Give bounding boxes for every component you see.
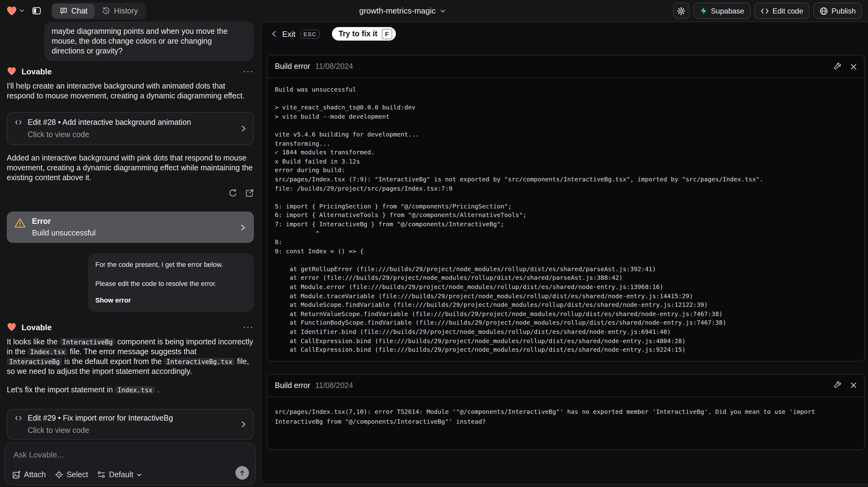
panel-date: 11/08/2024 — [315, 62, 353, 71]
panel-header: Build error 11/08/2024 — [268, 374, 864, 397]
top-bar: Chat History growth-metrics-magic — [0, 0, 868, 22]
error-card-subtitle: Build unsuccessful — [32, 228, 96, 238]
tab-chat-label: Chat — [71, 6, 88, 15]
lovable-heart-icon — [6, 5, 17, 16]
chevron-down-icon — [440, 8, 446, 14]
select-button[interactable]: Select — [55, 470, 88, 479]
edit-card-title: Edit #28 • Add interactive background an… — [28, 118, 191, 127]
build-error-log[interactable]: src/pages/Index.tsx(7,10): error TS2614:… — [268, 397, 864, 450]
select-label: Select — [67, 470, 88, 479]
assistant-name: Lovable — [22, 323, 52, 332]
project-switcher[interactable]: growth-metrics-magic — [359, 0, 446, 22]
supabase-icon — [699, 7, 707, 15]
chat-message-list[interactable]: maybe diagramming points and when you mo… — [0, 22, 261, 441]
chat-history-switch: Chat History — [51, 2, 147, 19]
assistant-message-text: It looks like the InteractiveBg componen… — [7, 337, 254, 376]
assistant-message-text: Let's fix the import statement in Index.… — [7, 385, 254, 395]
code-brackets-icon — [15, 415, 22, 421]
globe-icon — [819, 6, 828, 15]
toggle-sidebar-button[interactable] — [29, 3, 44, 18]
mode-dropdown[interactable]: Default — [97, 470, 142, 479]
history-clock-icon — [102, 7, 110, 15]
message-menu-icon[interactable]: ··· — [243, 323, 254, 332]
lovable-logo-menu[interactable] — [6, 5, 25, 16]
build-error-panel-2: Build error 11/08/2024 — [267, 374, 865, 450]
build-error-panel-1: Build error 11/08/2024 — [267, 55, 865, 362]
chat-bubble-icon — [60, 7, 68, 15]
restore-icon[interactable] — [229, 189, 237, 197]
build-error-log[interactable]: Build was unsuccessful > vite_react_shad… — [268, 78, 864, 361]
user-message: For the code present, I get the error be… — [88, 253, 254, 312]
composer-toolbar: Attach S — [12, 470, 142, 479]
assistant-message-header: Lovable ··· — [7, 66, 254, 76]
attach-label: Attach — [24, 470, 46, 479]
edit-card-29[interactable]: Edit #29 • Fix import error for Interact… — [7, 409, 254, 440]
edit-card-28[interactable]: Edit #28 • Add interactive background an… — [7, 112, 254, 145]
f-key-badge: F — [382, 29, 392, 39]
error-view: Exit ESC Try to fix it F Build error 11/… — [261, 22, 868, 485]
fix-button-label: Try to fix it — [338, 30, 377, 38]
top-bar-actions: Supabase Edit code — [673, 2, 862, 19]
chevron-down-icon — [19, 8, 25, 13]
build-error-card[interactable]: Error Build unsuccessful — [7, 212, 254, 243]
user-message-line: Please edit the code to resolve the erro… — [95, 279, 247, 288]
attach-button[interactable]: Attach — [12, 470, 46, 479]
edit-code-label: Edit code — [772, 6, 803, 15]
fix-wrench-icon[interactable] — [834, 62, 842, 70]
code-brackets-icon — [760, 7, 769, 14]
gear-icon — [677, 6, 685, 15]
chevron-right-icon — [240, 125, 247, 132]
tab-history-label: History — [114, 6, 138, 15]
edit-card-subtitle: Click to view code — [28, 130, 235, 139]
user-message: maybe diagramming points and when you mo… — [44, 22, 254, 61]
esc-key-badge: ESC — [300, 29, 319, 38]
assistant-message-header: Lovable ··· — [7, 322, 254, 332]
edit-card-title: Edit #29 • Fix import error for Interact… — [28, 414, 173, 422]
chat-input[interactable] — [12, 449, 248, 467]
assistant-message-text: I'll help create an interactive backgrou… — [7, 81, 254, 101]
panel-date: 11/08/2024 — [315, 381, 353, 390]
send-button[interactable] — [236, 466, 249, 480]
sliders-icon — [97, 470, 106, 479]
project-title: growth-metrics-magic — [359, 6, 436, 16]
panel-title: Build error — [275, 381, 310, 390]
supabase-button[interactable]: Supabase — [693, 2, 750, 19]
message-actions — [7, 189, 254, 197]
settings-button[interactable] — [673, 2, 689, 19]
lovable-app-window: Chat History growth-metrics-magic — [0, 0, 868, 487]
chat-panel: maybe diagramming points and when you mo… — [0, 22, 261, 487]
edit-code-button[interactable]: Edit code — [754, 2, 809, 19]
user-message-line: For the code present, I get the error be… — [95, 260, 247, 269]
select-target-icon — [55, 470, 64, 479]
fix-wrench-icon[interactable] — [834, 382, 842, 390]
arrow-up-icon — [239, 469, 246, 477]
chevron-right-icon — [240, 223, 246, 231]
user-message-text: maybe diagramming points and when you mo… — [52, 27, 228, 55]
attach-image-icon — [12, 470, 21, 479]
error-card-title: Error — [32, 216, 96, 226]
exit-button[interactable]: Exit — [282, 29, 296, 38]
tab-chat[interactable]: Chat — [52, 3, 95, 18]
publish-label: Publish — [831, 6, 856, 15]
close-icon[interactable] — [850, 63, 857, 70]
tab-history[interactable]: History — [95, 3, 145, 18]
show-error-link[interactable]: Show error — [95, 296, 247, 305]
chevron-down-icon — [136, 472, 142, 478]
chevron-left-icon — [271, 30, 277, 37]
edit-card-subtitle: Click to view code — [28, 426, 235, 435]
close-icon[interactable] — [850, 382, 857, 389]
composer: Attach S — [4, 443, 256, 485]
supabase-label: Supabase — [711, 6, 744, 15]
panel-header: Build error 11/08/2024 — [268, 55, 864, 78]
main-split: maybe diagramming points and when you mo… — [0, 22, 868, 487]
message-menu-icon[interactable]: ··· — [243, 67, 254, 76]
lovable-heart-icon — [7, 66, 17, 76]
panel-left-icon — [32, 6, 41, 16]
publish-button[interactable]: Publish — [813, 2, 862, 19]
chevron-right-icon — [240, 421, 247, 428]
try-to-fix-button[interactable]: Try to fix it F — [332, 27, 396, 40]
panel-title: Build error — [275, 62, 310, 71]
open-preview-icon[interactable] — [245, 189, 254, 197]
error-view-toolbar: Exit ESC Try to fix it F — [267, 27, 865, 40]
code-brackets-icon — [15, 119, 22, 125]
